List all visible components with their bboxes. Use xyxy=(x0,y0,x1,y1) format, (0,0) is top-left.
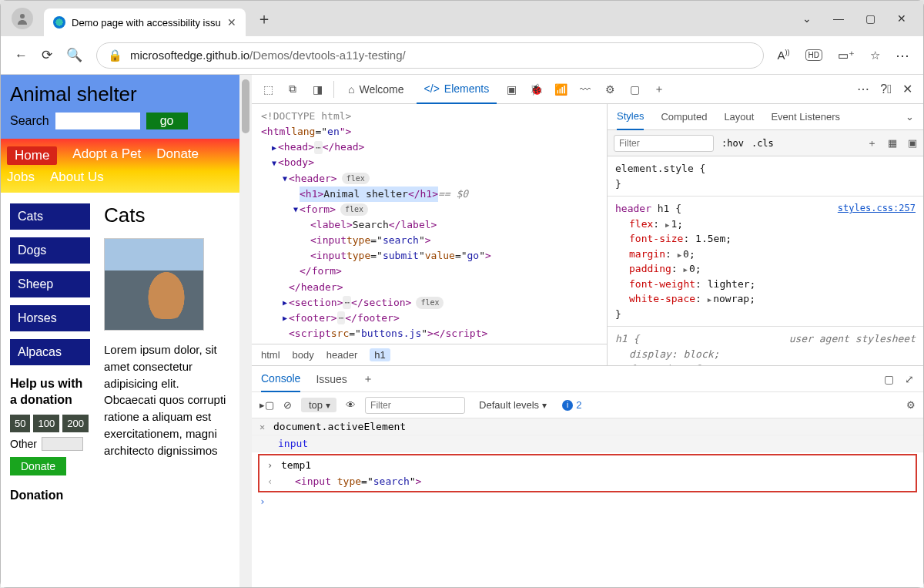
help-icon[interactable]: ?⃝ xyxy=(880,82,892,96)
devtools-toolbar: ⬚ ⧉ ◨ ⌂Welcome </>Elements ▣ 🐞 📶 〰 ⚙ ▢ ＋… xyxy=(252,75,923,104)
close-window-icon[interactable]: ✕ xyxy=(897,12,906,25)
back-button[interactable]: ← xyxy=(15,48,28,63)
styles-pane: Styles Computed Layout Event Listeners ⌄… xyxy=(608,104,923,365)
new-tab-button[interactable]: ＋ xyxy=(256,8,272,29)
sidenav-cats[interactable]: Cats xyxy=(10,203,90,230)
more-icon[interactable]: ⋯ xyxy=(896,47,909,64)
amount-100[interactable]: 100 xyxy=(33,415,59,432)
dock-icon[interactable]: ◨ xyxy=(307,83,327,96)
tab-issues[interactable]: Issues xyxy=(316,373,346,385)
new-style-icon[interactable]: ＋ xyxy=(867,136,877,150)
hd-icon[interactable]: HD xyxy=(805,49,822,61)
breadcrumb[interactable]: html body header h1 xyxy=(252,344,607,365)
url-path: /Demos/devtools-a11y-testing/ xyxy=(249,49,406,62)
application-icon[interactable]: ▢ xyxy=(624,83,644,96)
bug-icon[interactable]: 🐞 xyxy=(526,83,546,96)
amount-50[interactable]: 50 xyxy=(10,415,30,432)
css-rules[interactable]: element.style { } header h1 {styles.css:… xyxy=(608,156,923,365)
webpage: Animal shelter Search go Home Adopt a Pe… xyxy=(1,75,252,587)
drawer-icon[interactable]: ▢ xyxy=(884,373,894,385)
console-output[interactable]: ✕document.activeElement input ›temp1 ‹<i… xyxy=(252,418,923,587)
console-icon[interactable]: ▣ xyxy=(501,83,521,96)
maximize-icon[interactable]: ▢ xyxy=(865,12,875,25)
go-button[interactable]: go xyxy=(146,113,188,129)
sidenav-sheep[interactable]: Sheep xyxy=(10,271,90,297)
console-filter-input[interactable] xyxy=(365,397,465,414)
amount-200[interactable]: 200 xyxy=(62,415,89,432)
issues-badge[interactable]: i2 xyxy=(562,399,581,411)
tab-console[interactable]: Console xyxy=(261,366,300,392)
close-tab-icon[interactable]: ✕ xyxy=(227,16,236,29)
refresh-button[interactable]: ⟳ xyxy=(42,47,52,63)
url-input[interactable]: 🔒 microsoftedge.github.io/Demos/devtools… xyxy=(96,42,764,69)
other-amount-input[interactable] xyxy=(42,437,83,451)
search-input[interactable] xyxy=(55,113,140,129)
styles-filter-input[interactable] xyxy=(614,135,714,152)
sidebar-toggle-icon[interactable]: ▸▢ xyxy=(259,399,274,411)
device-icon[interactable]: ⧉ xyxy=(283,82,303,96)
home-icon: ⌂ xyxy=(348,83,354,96)
tab-welcome[interactable]: ⌂Welcome xyxy=(340,75,412,104)
sidenav-alpacas[interactable]: Alpacas xyxy=(10,339,90,365)
read-aloud-icon[interactable]: A)) xyxy=(778,49,790,62)
content-heading: Cats xyxy=(104,203,229,227)
more-tabs-icon[interactable]: ＋ xyxy=(649,82,669,96)
chevron-down-icon[interactable]: ⌄ xyxy=(802,12,812,25)
page-scrollbar[interactable] xyxy=(239,75,252,587)
flexbox-icon[interactable]: ▦ xyxy=(888,137,897,149)
live-expression-icon[interactable]: 👁 xyxy=(346,399,356,411)
nav-jobs[interactable]: Jobs xyxy=(7,170,35,185)
nav-about[interactable]: About Us xyxy=(50,170,104,185)
favorite-icon[interactable]: ☆ xyxy=(870,49,880,62)
nav-home[interactable]: Home xyxy=(7,146,57,165)
log-levels[interactable]: Default levels▾ xyxy=(479,399,547,411)
tab-styles[interactable]: Styles xyxy=(617,104,644,130)
browser-tab[interactable]: Demo page with accessibility issu ✕ xyxy=(44,8,246,36)
expand-icon[interactable]: ⤢ xyxy=(905,373,914,385)
url-host: microsoftedge.github.io xyxy=(130,49,249,62)
tab-listeners[interactable]: Event Listeners xyxy=(771,111,840,123)
profile-avatar[interactable] xyxy=(12,8,33,29)
search-label: Search xyxy=(10,114,49,128)
source-link[interactable]: styles.css:257 xyxy=(838,201,916,217)
nav-adopt[interactable]: Adopt a Pet xyxy=(72,146,141,165)
close-devtools-icon[interactable]: ✕ xyxy=(902,82,912,96)
donation-heading: Donation xyxy=(10,488,90,504)
help-heading: Help us with a donation xyxy=(10,376,90,408)
dom-tree[interactable]: <!DOCTYPE html> <html lang="en"> ▶<head>… xyxy=(252,104,607,344)
network-icon[interactable]: 📶 xyxy=(551,83,571,96)
chevron-down-icon[interactable]: ⌄ xyxy=(906,111,914,123)
nav-donate[interactable]: Donate xyxy=(156,146,199,165)
tab-layout[interactable]: Layout xyxy=(724,111,754,123)
titlebar: Demo page with accessibility issu ✕ ＋ ⌄ … xyxy=(1,1,923,36)
page-header: Animal shelter Search go xyxy=(1,75,239,139)
search-icon[interactable]: 🔍 xyxy=(66,47,82,63)
window-controls: ⌄ ― ▢ ✕ xyxy=(802,12,923,25)
inspect-icon[interactable]: ⬚ xyxy=(258,83,278,96)
performance-icon[interactable]: 〰 xyxy=(575,83,595,96)
address-bar: ← ⟳ 🔍 🔒 microsoftedge.github.io/Demos/de… xyxy=(1,36,923,75)
console-prompt[interactable]: › xyxy=(252,494,923,509)
sidenav-horses[interactable]: Horses xyxy=(10,305,90,331)
svg-point-0 xyxy=(20,14,25,18)
computed-icon[interactable]: ▣ xyxy=(908,137,917,149)
code-icon: </> xyxy=(424,82,440,95)
cls-toggle[interactable]: .cls xyxy=(752,138,774,149)
page-title: Animal shelter xyxy=(10,82,230,106)
context-selector[interactable]: top▾ xyxy=(301,398,336,412)
minimize-icon[interactable]: ― xyxy=(833,12,844,25)
donation-widget: Help us with a donation 50 100 200 Other… xyxy=(10,376,90,503)
sidenav-dogs[interactable]: Dogs xyxy=(10,237,90,264)
tab-title: Demo page with accessibility issu xyxy=(72,17,221,29)
lorem-text: Lorem ipsum dolor, sit amet consectetur … xyxy=(104,341,229,459)
donate-button[interactable]: Donate xyxy=(10,457,66,475)
memory-icon[interactable]: ⚙ xyxy=(600,83,620,96)
console-settings-icon[interactable]: ⚙ xyxy=(906,399,916,411)
tab-elements[interactable]: </>Elements xyxy=(417,75,497,104)
hov-toggle[interactable]: :hov xyxy=(721,138,744,149)
reader-icon[interactable]: ▭⁺ xyxy=(838,49,855,62)
clear-console-icon[interactable]: ⊘ xyxy=(283,399,292,411)
tab-computed[interactable]: Computed xyxy=(661,111,707,123)
overflow-icon[interactable]: ⋯ xyxy=(857,82,869,96)
add-tab-icon[interactable]: ＋ xyxy=(363,372,373,386)
